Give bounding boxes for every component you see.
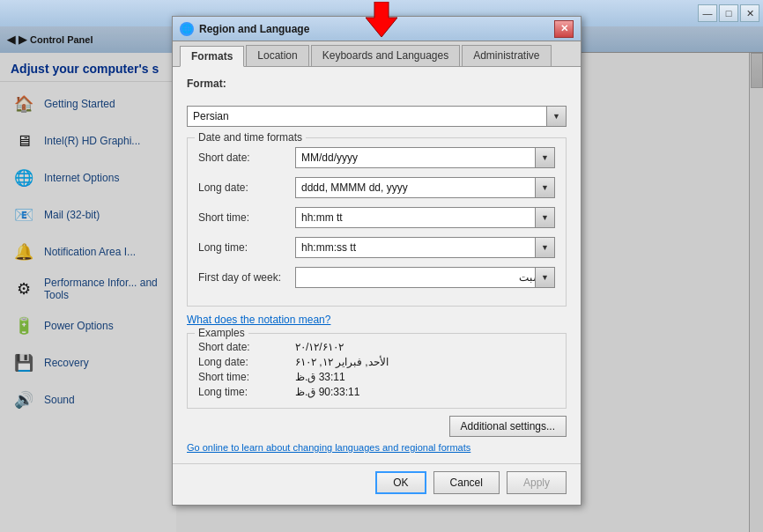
cancel-button[interactable]: Cancel (433, 471, 500, 494)
first-day-row: First day of week: السبت ▼ (198, 267, 555, 288)
svg-marker-0 (366, 2, 397, 37)
ex-short-date-lbl: Short date: (198, 341, 295, 353)
maximize-button[interactable]: □ (719, 4, 738, 22)
tab-keyboards[interactable]: Keyboards and Languages (311, 45, 460, 66)
ex-long-time-lbl: Long time: (198, 386, 295, 398)
apply-button[interactable]: Apply (507, 471, 567, 494)
short-time-value: hh:mm tt (301, 211, 549, 224)
example-short-time: Short time: 11:33 ق.ظ (198, 371, 555, 383)
ex-short-time-lbl: Short time: (198, 371, 295, 383)
format-select[interactable]: Persian ▼ (187, 106, 567, 127)
long-time-select[interactable]: hh:mm:ss tt ▼ (295, 237, 555, 258)
dialog-button-row: OK Cancel Apply (173, 463, 581, 505)
additional-row: Additional settings... (187, 416, 567, 437)
short-date-label: Short date: (198, 151, 295, 164)
short-date-select[interactable]: MM/dd/yyyy ▼ (295, 147, 555, 168)
short-time-arrow[interactable]: ▼ (535, 208, 554, 227)
short-date-value: MM/dd/yyyy (301, 151, 549, 164)
control-panel-bg: — □ ✕ ◀ ▶ Control Panel Adjust your comp… (0, 0, 763, 532)
short-date-arrow[interactable]: ▼ (535, 148, 554, 167)
format-label: Format: (187, 78, 284, 90)
example-short-date: Short date: ۲۰۱۶/۲۱/۰۲ (198, 341, 555, 353)
ex-long-date-val: الأحد, فبراير ۲۱, ۲۰۱۶ (295, 356, 389, 368)
first-day-arrow[interactable]: ▼ (535, 268, 554, 287)
format-row: Format: (187, 78, 567, 97)
long-date-select[interactable]: dddd, MMMM dd, yyyy ▼ (295, 177, 555, 198)
notation-link[interactable]: What does the notation mean? (187, 314, 567, 326)
first-day-value: السبت (301, 271, 549, 284)
datetime-section-title: Date and time formats (195, 131, 306, 144)
online-link[interactable]: Go online to learn about changing langua… (187, 442, 567, 453)
long-date-label: Long date: (198, 181, 295, 194)
format-dropdown-arrow[interactable]: ▼ (546, 107, 566, 126)
ex-short-date-val: ۲۰۱۶/۲۱/۰۲ (295, 341, 344, 353)
short-time-label: Short time: (198, 211, 295, 224)
tab-administrative[interactable]: Administrative (462, 45, 551, 66)
long-date-arrow[interactable]: ▼ (535, 178, 554, 197)
red-arrow-indicator (366, 2, 397, 43)
close-button[interactable]: ✕ (740, 4, 759, 22)
examples-title: Examples (195, 327, 248, 339)
long-time-label: Long time: (198, 241, 295, 254)
long-time-value: hh:mm:ss tt (301, 241, 549, 254)
dialog-tabs: Formats Location Keyboards and Languages… (173, 41, 581, 67)
minimize-button[interactable]: — (698, 4, 717, 22)
first-day-select[interactable]: السبت ▼ (295, 267, 555, 288)
examples-section: Examples Short date: ۲۰۱۶/۲۱/۰۲ Long dat… (187, 333, 567, 409)
long-date-row: Long date: dddd, MMMM dd, yyyy ▼ (198, 177, 555, 198)
dialog-icon: 🌐 (180, 22, 194, 36)
datetime-section: Date and time formats Short date: MM/dd/… (187, 137, 567, 307)
short-time-select[interactable]: hh:mm tt ▼ (295, 207, 555, 228)
dialog-content: Format: Persian ▼ Date and time formats … (173, 67, 581, 463)
first-day-label: First day of week: (198, 271, 295, 284)
long-time-arrow[interactable]: ▼ (535, 238, 554, 257)
long-time-row: Long time: hh:mm:ss tt ▼ (198, 237, 555, 258)
format-value: Persian (193, 110, 560, 122)
tab-formats[interactable]: Formats (180, 46, 244, 67)
short-date-row: Short date: MM/dd/yyyy ▼ (198, 147, 555, 168)
ex-short-time-val: 11:33 ق.ظ (295, 371, 345, 383)
tab-location[interactable]: Location (246, 45, 308, 66)
example-long-date: Long date: الأحد, فبراير ۲۱, ۲۰۱۶ (198, 356, 555, 368)
long-date-value: dddd, MMMM dd, yyyy (301, 181, 549, 194)
ok-button[interactable]: OK (375, 471, 426, 494)
example-long-time: Long time: 11:33:09 ق.ظ (198, 386, 555, 398)
short-time-row: Short time: hh:mm tt ▼ (198, 207, 555, 228)
additional-settings-button[interactable]: Additional settings... (449, 416, 567, 437)
ex-long-date-lbl: Long date: (198, 356, 295, 368)
ex-long-time-val: 11:33:09 ق.ظ (295, 386, 359, 398)
region-language-dialog: 🌐 Region and Language ✕ Formats Location… (172, 16, 582, 506)
dialog-close-button[interactable]: ✕ (554, 20, 574, 38)
